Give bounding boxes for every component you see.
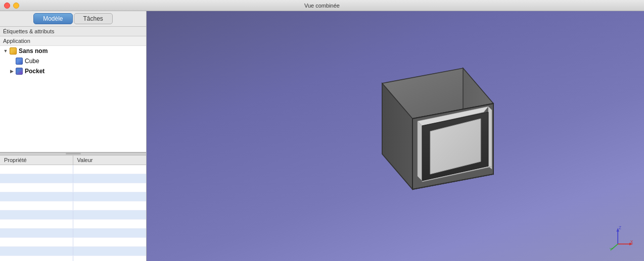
cube-3d xyxy=(347,58,509,215)
axis-indicator: Z X Y xyxy=(609,226,634,251)
left-panel: Modèle Tâches Étiquettes & attributs App… xyxy=(0,11,147,261)
doc-icon xyxy=(9,47,17,55)
viewport[interactable]: Z X Y xyxy=(147,11,644,261)
props-row xyxy=(0,211,146,220)
props-row xyxy=(0,165,146,174)
minimize-button[interactable] xyxy=(13,3,19,9)
svg-text:Z: Z xyxy=(619,226,621,230)
svg-text:Y: Y xyxy=(610,247,613,251)
tab-taches[interactable]: Tâches xyxy=(74,13,113,24)
props-rows xyxy=(0,165,146,262)
splitter-handle xyxy=(66,153,81,154)
svg-marker-8 xyxy=(418,121,422,181)
props-row xyxy=(0,183,146,192)
section-label: Étiquettes & attributs xyxy=(0,27,146,36)
props-row xyxy=(0,174,146,183)
cube-icon xyxy=(15,57,23,65)
title-bar: Vue combinée xyxy=(0,0,644,11)
tree-arrow-pocket[interactable] xyxy=(8,68,15,75)
svg-marker-6 xyxy=(488,107,492,169)
props-row xyxy=(0,238,146,247)
props-row xyxy=(0,247,146,256)
pocket-icon xyxy=(15,67,23,75)
props-header: Propriété Valeur xyxy=(0,155,146,165)
props-row xyxy=(0,220,146,229)
svg-line-22 xyxy=(611,244,618,249)
props-col-value: Valeur xyxy=(73,155,147,165)
application-label: Application xyxy=(0,36,146,46)
props-row xyxy=(0,229,146,238)
main-layout: Modèle Tâches Étiquettes & attributs App… xyxy=(0,11,644,261)
tree-item-sansnom[interactable]: Sans nom xyxy=(0,46,146,56)
tree-label-pocket: Pocket xyxy=(25,68,44,75)
tree-label-sansnom: Sans nom xyxy=(19,47,48,55)
tabs-bar: Modèle Tâches xyxy=(0,11,146,27)
props-row xyxy=(0,256,146,262)
tree-label-cube: Cube xyxy=(25,58,39,65)
close-button[interactable] xyxy=(4,3,10,9)
tree-arrow-sansnom[interactable] xyxy=(2,47,9,55)
tree-view: Sans nom Cube Pocket xyxy=(0,46,146,152)
props-col-property: Propriété xyxy=(0,155,73,165)
props-row xyxy=(0,192,146,201)
tab-modele[interactable]: Modèle xyxy=(33,13,72,24)
tree-item-cube[interactable]: Cube xyxy=(0,56,146,66)
props-row xyxy=(0,201,146,211)
tree-item-pocket[interactable]: Pocket xyxy=(0,66,146,76)
window-title: Vue combinée xyxy=(304,3,340,9)
svg-text:X: X xyxy=(630,240,633,244)
properties-panel: Propriété Valeur xyxy=(0,155,146,262)
window-controls[interactable] xyxy=(4,3,19,9)
